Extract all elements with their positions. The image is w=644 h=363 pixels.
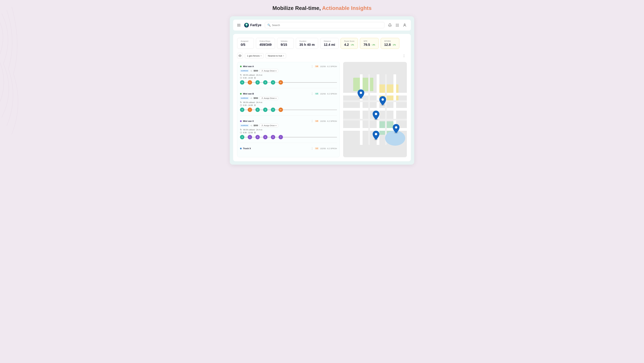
utilization-text: 99.5% utilised · 24.4 mi: [243, 101, 262, 103]
nearest-hub-filter[interactable]: Nearest to hub ▾: [266, 53, 286, 58]
route-line: [244, 110, 248, 110]
hamburger-menu[interactable]: [237, 24, 240, 26]
search-bar: 🔍: [265, 22, 384, 28]
vehicle-badge: 4.8: [315, 93, 319, 95]
clock-icon: [240, 104, 242, 106]
pause-icon: [254, 132, 256, 134]
pause-icon: [254, 104, 256, 106]
stats-row: Assigned 0/5 Orders/Stops 459/349 Vehicl…: [237, 38, 407, 49]
vehicle-more-options[interactable]: ⋮: [311, 120, 314, 123]
route-line: [260, 110, 263, 110]
vehicle-tags: NARROW +1 $500 Assign Driver ▾: [240, 69, 337, 73]
vehicle-badge: 3.8: [315, 120, 319, 122]
stat-card: Vehicles 9/15: [277, 38, 294, 49]
svg-point-4: [398, 24, 399, 24]
vehicle-badge: 3.2: [315, 147, 319, 150]
route-visualization: S12345+: [240, 80, 337, 85]
vehicle-price: $500: [254, 70, 258, 72]
route-node: 4: [263, 135, 268, 139]
svg-rect-30: [343, 108, 407, 111]
vehicle-utilization: ↻ 69.5% utilised · 24.4 mi: [240, 74, 337, 76]
visibility-toggle[interactable]: [237, 53, 243, 59]
svg-point-9: [397, 26, 398, 27]
route-node: 3: [263, 108, 268, 112]
vehicle-more-options[interactable]: ⋮: [311, 92, 314, 95]
time-text: 9:30 - 14:00: [243, 104, 253, 106]
svg-point-47: [395, 126, 397, 129]
assign-driver-button[interactable]: Assign Driver ▾: [260, 124, 278, 127]
vehicle-row: Mini van X ⋮ 3.8 102/56 · 8.2 SPROH NARR…: [240, 120, 337, 143]
assign-driver-button[interactable]: Assign Driver ▾: [260, 69, 278, 73]
svg-rect-19: [254, 105, 255, 106]
assign-driver-button[interactable]: Assign Driver ▾: [260, 96, 278, 100]
vehicle-metrics: 102/56 · 8.2 SPROH: [320, 148, 337, 150]
vehicle-metrics: 102/56 · 8.2 SPROH: [320, 93, 337, 95]
route-node: 1: [248, 80, 252, 85]
vehicle-row: Truck X ⋮ 3.2 102/56 · 8.2 SPROH: [240, 147, 337, 154]
fareye-logo-icon: [244, 23, 249, 28]
header-icons: [388, 23, 407, 27]
vehicle-more-options[interactable]: ⋮: [311, 147, 314, 150]
vehicle-utilization: ↻ 99.5% utilised · 24.4 mi: [240, 101, 337, 104]
route-line: [275, 137, 278, 137]
vehicle-time: 9:30 - 12:50: [240, 132, 337, 134]
svg-point-12: [240, 55, 240, 56]
stat-card: Orders/Stops 459/349: [256, 38, 275, 49]
route-node: 3: [263, 80, 268, 85]
svg-point-2: [396, 24, 397, 24]
time-text: 9:30 - 12:50: [243, 132, 253, 134]
route-line: [252, 137, 256, 137]
route-node: 4: [271, 108, 275, 112]
vehicle-tag-narrow: NARROW: [240, 97, 249, 99]
svg-rect-26: [353, 78, 373, 91]
chevron-down-icon: ▾: [276, 70, 276, 72]
utilization-text: 99.5% utilised · 24.4 mi: [243, 129, 262, 131]
apps-grid-icon[interactable]: [395, 23, 400, 27]
route-line: [252, 82, 256, 83]
main-content: Assigned 0/5 Orders/Stops 459/349 Vehicl…: [233, 34, 411, 161]
pause-icon: [254, 77, 256, 79]
svg-point-13: [262, 70, 263, 71]
vehicle-time: 9:30 - 14:00: [240, 104, 337, 106]
logo: FarEye: [244, 23, 262, 28]
vehicle-more-options[interactable]: ⋮: [311, 65, 314, 68]
svg-point-5: [396, 25, 397, 26]
svg-point-8: [396, 26, 397, 27]
route-node: S: [240, 80, 244, 85]
search-input[interactable]: [272, 24, 382, 27]
route-node: 2: [256, 80, 260, 85]
vehicle-price: $550: [254, 97, 258, 99]
vehicle-tags: NARROW +1 $550 Assign Driver ▾: [240, 124, 337, 127]
route-line: [260, 82, 263, 83]
vehicle-tag-plus: +1: [250, 125, 252, 127]
stat-card: Duration 35 h 40 m: [296, 38, 318, 49]
route-node: 5+: [278, 80, 283, 85]
content-grid: Mini van A ⋮ 3.8 102/56 · 8.2 SPROH NARR…: [237, 62, 407, 157]
svg-point-45: [375, 113, 377, 115]
svg-rect-24: [255, 132, 256, 133]
map-area: [343, 62, 407, 157]
vehicle-status-dot: [240, 93, 242, 95]
svg-point-49: [375, 133, 377, 135]
vehicle-status-dot: [240, 120, 242, 122]
clock-icon: [240, 77, 242, 79]
vehicle-header: Mini van A ⋮ 3.8 102/56 · 8.2 SPROH: [240, 65, 337, 68]
stat-card: Distance 12.4 mi: [320, 38, 338, 49]
user-profile-icon[interactable]: [402, 23, 407, 27]
vehicle-status-dot: [240, 66, 242, 67]
notification-bell-icon[interactable]: [388, 23, 392, 27]
more-options-button[interactable]: ⋮: [401, 53, 407, 59]
svg-rect-23: [254, 132, 255, 133]
map-svg: [343, 62, 407, 157]
vehicle-row: Mini van B ⋮ 4.8 102/56 · 8.2 SPROH NARR…: [240, 92, 337, 116]
route-end-line: [283, 137, 337, 137]
vehicle-name: Mini van B: [243, 93, 310, 95]
route-visualization: S13457: [240, 135, 337, 139]
svg-point-1: [246, 24, 247, 25]
chevron-down-icon: ▾: [260, 55, 262, 57]
geo-fences-filter[interactable]: 1 geo-fences ▾: [245, 53, 264, 58]
svg-point-17: [262, 98, 263, 98]
route-node: 5+: [278, 108, 283, 112]
vehicle-time: 9:30 - 14:20: [240, 77, 337, 79]
vehicle-tag-narrow: NARROW: [240, 124, 249, 127]
